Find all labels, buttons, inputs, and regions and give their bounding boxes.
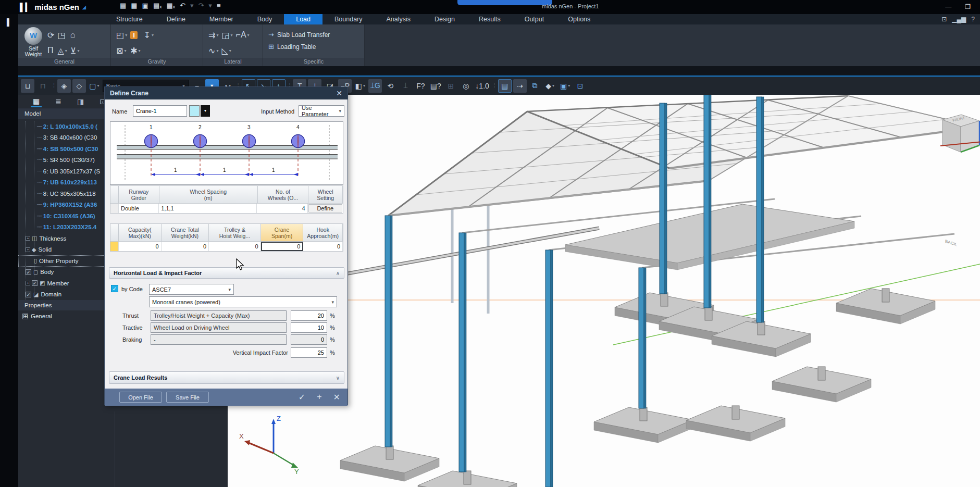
- by-code-checkbox[interactable]: ✓: [111, 285, 118, 292]
- loading-table-button[interactable]: ⊞Loading Table: [268, 41, 330, 53]
- pushover-icon[interactable]: ◺▾: [221, 43, 232, 58]
- column-header[interactable]: Trolley & Hoist Weig...: [209, 224, 261, 242]
- save-file-icon[interactable]: ▣: [142, 2, 148, 9]
- floor-load-icon[interactable]: ◰▾: [116, 28, 127, 42]
- table-cell[interactable]: 0: [209, 242, 261, 251]
- wind-load-icon[interactable]: ⇉▾: [208, 28, 218, 42]
- seismic-load-icon[interactable]: ∿▾: [208, 43, 218, 58]
- footing-load-icon[interactable]: ⊻▾: [70, 43, 80, 58]
- open-file-icon[interactable]: ▦: [131, 2, 137, 9]
- menu-tab-output[interactable]: Output: [513, 14, 556, 24]
- close-all-icon[interactable]: ▦ₓ: [166, 2, 175, 9]
- help-icon[interactable]: ?: [971, 16, 975, 23]
- prestress-icon[interactable]: ◬▾: [57, 43, 67, 58]
- undo-icon[interactable]: ↶: [180, 2, 185, 9]
- column-header[interactable]: No. of Wheels (O...: [258, 186, 309, 204]
- checkbox-icon[interactable]: ✓: [26, 269, 31, 275]
- close-dialog-button[interactable]: ✕: [333, 392, 340, 402]
- frame-wind-icon[interactable]: ⌐A▾: [236, 28, 250, 42]
- minimize-button[interactable]: —: [945, 0, 951, 14]
- menu-tab-boundary[interactable]: Boundary: [322, 14, 375, 24]
- add-button[interactable]: +: [317, 392, 321, 402]
- apply-button[interactable]: ✓: [299, 392, 305, 402]
- menu-tab-results[interactable]: Results: [467, 14, 513, 24]
- expand-icon[interactable]: ⊞: [22, 314, 28, 319]
- expand-icon[interactable]: +: [26, 247, 30, 252]
- selection-box-icon[interactable]: ▢▾: [88, 79, 101, 93]
- snap-center-icon[interactable]: ◎: [459, 79, 473, 93]
- impact-section-header[interactable]: Horizontal Load & Impact Factor ∧: [109, 267, 344, 279]
- table-cell[interactable]: 0: [162, 242, 209, 251]
- table-cell[interactable]: 1,1,1: [159, 204, 257, 213]
- column-header[interactable]: [110, 186, 119, 204]
- checkbox-icon[interactable]: ✓: [26, 292, 31, 297]
- tab-works[interactable]: ≣: [53, 96, 64, 107]
- query-property-icon[interactable]: ▤?: [429, 79, 442, 93]
- menu-tab-analysis[interactable]: Analysis: [375, 14, 423, 24]
- menu-tab-member[interactable]: Member: [197, 14, 245, 24]
- vif-input[interactable]: [291, 347, 327, 358]
- select-story-icon[interactable]: ▤: [498, 79, 512, 93]
- redo-icon[interactable]: ↷: [198, 2, 204, 9]
- crane-load-icon[interactable]: ↧▾: [144, 28, 154, 42]
- ucs-off-icon[interactable]: ⟘: [399, 79, 412, 93]
- close-file-icon[interactable]: ▤ₓ: [153, 2, 162, 9]
- self-weight-button[interactable]: WSelf Weight: [21, 27, 45, 57]
- column-header[interactable]: Hook Approach(m): [303, 224, 343, 242]
- copy-display-icon[interactable]: ▣▾: [559, 79, 572, 93]
- menu-tab-design[interactable]: Design: [423, 14, 467, 24]
- table-cell[interactable]: 0: [119, 242, 162, 251]
- slab-load-transfer-button[interactable]: ⇢Slab Load Transfer: [268, 29, 330, 41]
- checkbox-icon[interactable]: ✓: [32, 280, 38, 286]
- customize-icon[interactable]: ≡: [217, 2, 221, 9]
- crane-name-input[interactable]: [133, 105, 187, 117]
- thrust-value-input[interactable]: [291, 310, 327, 321]
- crane-color-swatch[interactable]: [189, 105, 200, 117]
- table-cell[interactable]: 0: [261, 242, 304, 251]
- table-off-icon[interactable]: ⊞: [444, 79, 457, 93]
- column-header[interactable]: [110, 224, 119, 242]
- lock-icon[interactable]: ⊓: [36, 79, 49, 93]
- copy-story-icon[interactable]: ⧉: [528, 79, 542, 93]
- unlock-icon[interactable]: ⊔: [21, 79, 34, 93]
- support-reaction-icon[interactable]: Π: [47, 43, 54, 58]
- ucs-rotate-icon[interactable]: ⟲: [383, 79, 397, 93]
- slab-load-icon[interactable]: ⊠▾: [116, 43, 127, 58]
- row-selector[interactable]: [110, 242, 119, 251]
- gcs-axis-icon[interactable]: ⟘G: [368, 79, 382, 93]
- render-view-icon[interactable]: ◧▾: [353, 79, 367, 93]
- table-cell[interactable]: Double: [119, 204, 159, 213]
- column-header[interactable]: Crane Span(m): [261, 224, 304, 242]
- select-solid-icon[interactable]: ◈: [57, 79, 71, 93]
- license-monitor-icon[interactable]: ⊡: [941, 16, 947, 23]
- expand-icon[interactable]: +: [26, 236, 30, 241]
- column-header[interactable]: Capacity( Max)(kN): [119, 224, 162, 242]
- code-combo[interactable]: ASCE7 ▾: [149, 284, 234, 295]
- expand-icon[interactable]: +: [26, 281, 30, 285]
- tractive-value-input[interactable]: [291, 322, 327, 333]
- tab-model[interactable]: ▦: [31, 96, 42, 107]
- redo-caret-icon[interactable]: ▾: [208, 2, 212, 9]
- select-solid-alt-icon[interactable]: ◇: [72, 79, 86, 93]
- crane-type-combo[interactable]: Monorail cranes (powered) ▾: [149, 296, 337, 307]
- open-file-button[interactable]: Open File: [119, 392, 162, 403]
- menu-tab-define[interactable]: Define: [155, 14, 197, 24]
- menu-tab-structure[interactable]: Structure: [104, 14, 155, 24]
- save-file-button[interactable]: Save File: [166, 392, 209, 403]
- row-selector[interactable]: [110, 204, 119, 213]
- column-header[interactable]: Crane Total Weight(kN): [162, 224, 209, 242]
- input-method-combo[interactable]: Use Parameter ▾: [299, 105, 344, 117]
- new-file-icon[interactable]: ▤: [120, 2, 126, 9]
- solid-display-icon[interactable]: ◆▾: [543, 79, 557, 93]
- response-spectrum-icon[interactable]: ◲▾: [221, 28, 232, 42]
- dialog-close-icon[interactable]: ✕: [336, 89, 342, 97]
- story-load-icon[interactable]: I: [130, 28, 140, 42]
- scale-factor-icon[interactable]: ↓1.0: [474, 79, 490, 93]
- results-section-header[interactable]: Crane Load Results ∨: [109, 371, 344, 384]
- table-cell[interactable]: 0: [303, 242, 343, 251]
- construction-stage-icon[interactable]: ⟳: [47, 28, 54, 42]
- view-cube[interactable]: FRONT BACK LEFT Z: [940, 95, 980, 247]
- restore-button[interactable]: ❐: [965, 0, 971, 14]
- column-header[interactable]: Wheel Spacing (m): [159, 186, 258, 204]
- menu-tab-load[interactable]: Load: [284, 14, 322, 24]
